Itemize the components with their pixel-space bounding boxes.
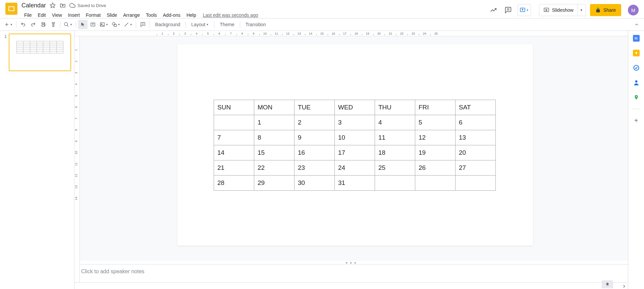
shape-tool[interactable]: ▼ <box>110 20 122 29</box>
date-cell[interactable]: 13 <box>455 130 496 145</box>
document-title[interactable]: Calendar <box>21 2 46 9</box>
move-icon[interactable] <box>59 2 66 9</box>
date-cell[interactable]: 11 <box>375 130 415 145</box>
date-cell[interactable]: 24 <box>335 160 375 176</box>
date-cell[interactable]: 18 <box>375 145 415 160</box>
paint-format-button[interactable] <box>49 20 58 29</box>
date-cell[interactable]: 26 <box>415 160 455 176</box>
date-cell[interactable]: 1 <box>254 115 294 130</box>
header-cell[interactable]: SAT <box>455 100 496 115</box>
textbox-tool[interactable] <box>88 20 98 29</box>
date-cell[interactable]: 6 <box>455 115 496 130</box>
date-cell[interactable]: 10 <box>335 130 375 145</box>
comment-tool[interactable] <box>138 20 148 29</box>
header-cell[interactable]: THU <box>375 100 415 115</box>
menu-slide[interactable]: Slide <box>104 11 120 19</box>
notes-drag-handle[interactable]: ● ● ● <box>74 261 628 264</box>
menu-help[interactable]: Help <box>184 11 199 19</box>
date-cell[interactable] <box>415 176 455 191</box>
slideshow-dropdown[interactable]: ▼ <box>577 4 586 16</box>
horizontal-ruler[interactable]: 1234567891011121314151617181920212223242… <box>74 31 628 36</box>
date-cell[interactable]: 30 <box>294 176 335 191</box>
date-cell[interactable]: 29 <box>254 176 294 191</box>
activity-icon[interactable] <box>488 5 499 15</box>
date-cell[interactable] <box>214 115 254 130</box>
date-cell[interactable]: 2 <box>294 115 335 130</box>
keep-app-icon[interactable] <box>633 50 640 56</box>
vertical-ruler[interactable]: 1234567891011121314 <box>74 36 80 289</box>
date-cell[interactable]: 19 <box>415 145 455 160</box>
date-cell[interactable]: 8 <box>254 130 294 145</box>
present-button[interactable]: ▼ <box>518 4 531 16</box>
line-tool[interactable]: ▼ <box>122 20 134 29</box>
separator <box>16 21 16 28</box>
date-cell[interactable]: 15 <box>254 145 294 160</box>
calendar-app-icon[interactable]: 31 <box>633 35 640 42</box>
slide-canvas[interactable]: SUN MON TUE WED THU FRI SAT 1 2 3 4 <box>177 44 533 246</box>
date-cell[interactable]: 21 <box>214 160 254 176</box>
slides-logo[interactable] <box>5 3 17 15</box>
date-cell[interactable]: 3 <box>335 115 375 130</box>
image-tool[interactable]: ▼ <box>98 20 110 29</box>
speaker-notes[interactable]: Click to add speaker notes <box>74 264 628 282</box>
menu-format[interactable]: Format <box>83 11 103 19</box>
date-cell[interactable]: 7 <box>214 130 254 145</box>
date-cell[interactable]: 17 <box>335 145 375 160</box>
menu-edit[interactable]: Edit <box>35 11 49 19</box>
header-cell[interactable]: WED <box>335 100 375 115</box>
slideshow-button[interactable]: Slideshow <box>539 4 578 16</box>
slide-filmstrip[interactable]: 1 <box>0 31 74 289</box>
contacts-app-icon[interactable] <box>633 79 640 86</box>
header-cell[interactable]: FRI <box>415 100 455 115</box>
slide-thumbnail-1[interactable] <box>9 34 71 71</box>
menu-arrange[interactable]: Arrange <box>120 11 143 19</box>
menu-tools[interactable]: Tools <box>143 11 160 19</box>
user-avatar[interactable]: M <box>628 5 639 15</box>
date-cell[interactable] <box>375 176 415 191</box>
add-app-button[interactable]: + <box>633 117 640 124</box>
date-cell[interactable]: 27 <box>455 160 496 176</box>
menu-insert[interactable]: Insert <box>65 11 83 19</box>
header-cell[interactable]: MON <box>254 100 294 115</box>
maps-app-icon[interactable] <box>633 94 640 101</box>
star-icon[interactable] <box>49 2 56 9</box>
select-tool[interactable] <box>78 20 88 29</box>
date-cell[interactable]: 14 <box>214 145 254 160</box>
comments-icon[interactable] <box>503 5 514 15</box>
background-button[interactable]: Background <box>152 20 184 29</box>
menu-file[interactable]: File <box>21 11 35 19</box>
new-slide-button[interactable]: ▼ <box>3 20 14 29</box>
redo-button[interactable] <box>29 20 38 29</box>
header-cell[interactable]: TUE <box>294 100 335 115</box>
slide-canvas-wrap[interactable]: SUN MON TUE WED THU FRI SAT 1 2 3 4 <box>74 36 628 261</box>
print-button[interactable] <box>39 20 48 29</box>
transition-button[interactable]: Transition <box>242 20 269 29</box>
date-cell[interactable]: 25 <box>375 160 415 176</box>
last-edit-link[interactable]: Last edit was seconds ago <box>203 12 258 18</box>
date-cell[interactable]: 31 <box>335 176 375 191</box>
date-cell[interactable]: 23 <box>294 160 335 176</box>
layout-button[interactable]: Layout▼ <box>188 20 212 29</box>
header-cell[interactable]: SUN <box>214 100 254 115</box>
theme-button[interactable]: Theme <box>216 20 238 29</box>
chevron-down-icon: ▼ <box>118 23 120 26</box>
date-cell[interactable] <box>455 176 496 191</box>
date-cell[interactable]: 9 <box>294 130 335 145</box>
undo-button[interactable] <box>18 20 28 29</box>
date-cell[interactable]: 22 <box>254 160 294 176</box>
calendar-table[interactable]: SUN MON TUE WED THU FRI SAT 1 2 3 4 <box>214 100 496 191</box>
hide-menus-button[interactable] <box>632 20 641 29</box>
explore-button[interactable] <box>602 280 613 288</box>
date-cell[interactable]: 28 <box>214 176 254 191</box>
menu-addons[interactable]: Add-ons <box>160 11 183 19</box>
tasks-app-icon[interactable] <box>633 64 640 71</box>
share-button[interactable]: Share <box>590 4 621 16</box>
date-cell[interactable]: 12 <box>415 130 455 145</box>
zoom-button[interactable]: ▼ <box>62 20 74 29</box>
date-cell[interactable]: 20 <box>455 145 496 160</box>
date-cell[interactable]: 4 <box>375 115 415 130</box>
side-panel-toggle[interactable]: › <box>623 282 625 289</box>
date-cell[interactable]: 16 <box>294 145 335 160</box>
menu-view[interactable]: View <box>49 11 65 19</box>
date-cell[interactable]: 5 <box>415 115 455 130</box>
